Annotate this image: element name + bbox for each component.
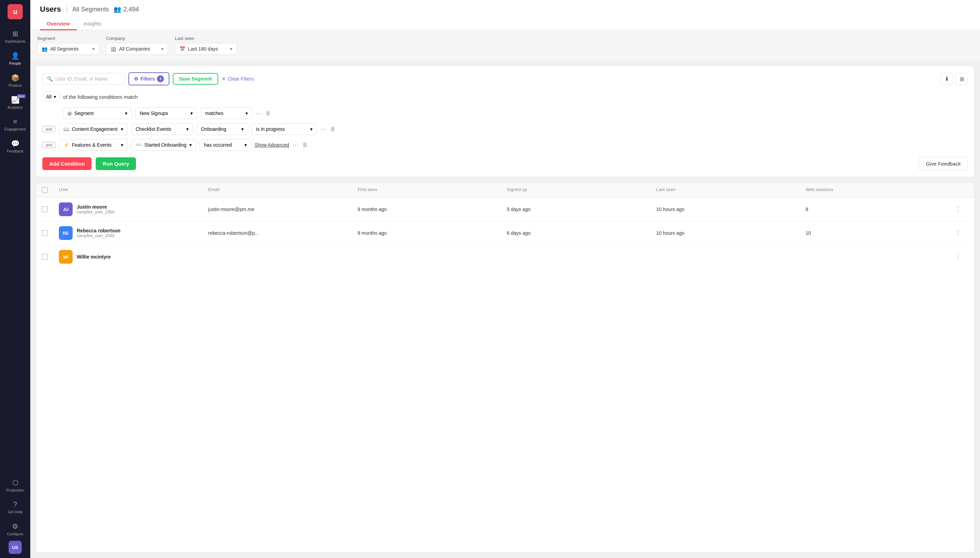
dashboards-icon: ⊞ (12, 30, 18, 38)
row-more-button[interactable]: ⋮ (955, 253, 969, 261)
condition-1-operator-dropdown[interactable]: matches ▾ (201, 107, 252, 119)
condition-3-field-dropdown[interactable]: ⚡ Features & Events ▾ (59, 139, 128, 151)
row-more-button[interactable]: ⋮ (955, 229, 969, 237)
row-checkbox[interactable] (42, 254, 59, 260)
user-name[interactable]: Rebecca robertson (77, 228, 120, 233)
add-condition-button[interactable]: Add Condition (43, 157, 92, 170)
user-id: campfire_user_1950 (77, 210, 114, 215)
help-icon: ? (13, 501, 17, 509)
sidebar-item-dashboards[interactable]: ⊞ Dashboards (2, 26, 28, 47)
table-header: User Email First seen Signed up Last see… (36, 183, 974, 198)
condition-3-delete-button[interactable]: 🗑 (302, 142, 308, 148)
chevron-down-icon: ▾ (54, 94, 56, 100)
chevron-down-icon: ▾ (246, 110, 248, 116)
condition-2-delete-button[interactable]: 🗑 (330, 126, 336, 132)
email-cell: justin-moore@pm.me (208, 207, 358, 212)
chevron-down-icon: ▾ (310, 126, 313, 132)
user-name[interactable]: Willie mcintyre (77, 254, 111, 259)
close-icon: ✕ (222, 76, 226, 82)
condition-3-value-dropdown[interactable]: </> Started Onboarding ▾ (131, 139, 196, 151)
give-feedback-button[interactable]: Give Feedback (919, 157, 968, 171)
sidebar-item-analytics[interactable]: 📈 Analytics Beta (2, 92, 28, 113)
condition-1-more-button[interactable]: ··· (256, 110, 262, 117)
condition-row-1: ◎ Segment ▾ New Signups ▾ matches ▾ ··· … (43, 107, 968, 119)
condition-3-value: Started Onboarding (144, 142, 186, 148)
query-section: 🔍 User ID, Email, or Name ⚙ Filters 3 Sa… (36, 66, 975, 177)
row-checkbox[interactable] (42, 206, 59, 212)
chevron-down-icon: ▾ (92, 46, 95, 52)
filters-count-badge: 3 (157, 75, 164, 82)
condition-2-field-dropdown[interactable]: 📖 Content Engagement ▾ (59, 123, 128, 135)
users-icon: 👥 (114, 5, 121, 13)
first-seen-cell: 9 months ago (358, 207, 507, 212)
conditions-text: of the following conditions match (63, 94, 138, 100)
condition-2-value-dropdown[interactable]: Checklist Events ▾ (131, 123, 193, 135)
tab-insights[interactable]: Insights (77, 18, 108, 30)
sidebar-item-configure[interactable]: ⚙ Configure (5, 519, 25, 539)
content-engagement-icon: 📖 (63, 126, 69, 132)
production-icon: ⬡ (12, 479, 18, 487)
people-icon: 👤 (11, 52, 20, 60)
condition-1-value-dropdown[interactable]: New Signups ▾ (135, 107, 197, 119)
first-seen-cell: 9 months ago (358, 230, 507, 236)
condition-1-operator: matches (205, 110, 223, 116)
last-seen-filter-select[interactable]: 📅 Last 180 days ▾ (175, 43, 237, 55)
condition-2-more-button[interactable]: ··· (320, 126, 327, 133)
sidebar-item-label: People (9, 61, 21, 66)
match-qualifier-dropdown[interactable]: All ▾ (43, 92, 60, 102)
query-toolbar: 🔍 User ID, Email, or Name ⚙ Filters 3 Sa… (43, 72, 968, 85)
sidebar-nav: ⊞ Dashboards 👤 People 📦 Product 📈 Analyt… (0, 26, 30, 157)
download-icon: ⬇ (944, 76, 949, 82)
first-seen-col-header: First seen (358, 187, 507, 193)
conditions-header: All ▾ of the following conditions match (43, 92, 968, 102)
table-row: RE Rebecca robertson campfire_user_2049 … (36, 222, 974, 245)
chevron-down-icon: ▾ (121, 142, 123, 148)
sidebar-item-engagement[interactable]: ≡ Engagement (2, 114, 28, 135)
condition-1-field-dropdown[interactable]: ◎ Segment ▾ (63, 107, 132, 119)
sidebar-item-people[interactable]: 👤 People (2, 48, 28, 69)
condition-2-operator-dropdown[interactable]: Onboarding ▾ (197, 123, 248, 135)
tab-overview[interactable]: Overview (40, 18, 77, 30)
row-more-button[interactable]: ⋮ (955, 205, 969, 213)
avatar: WI (59, 250, 73, 264)
user-cell: WI Willie mcintyre (59, 250, 208, 264)
email-cell: rebecca-robertson@p... (208, 230, 358, 236)
filters-button[interactable]: ⚙ Filters 3 (128, 72, 169, 85)
user-search-input[interactable]: 🔍 User ID, Email, or Name (43, 73, 125, 85)
avatar: RE (59, 226, 73, 240)
sidebar-item-product[interactable]: 📦 Product (2, 70, 28, 91)
run-query-button[interactable]: Run Query (96, 157, 136, 170)
condition-3-more-button[interactable]: ··· (293, 141, 299, 149)
user-avatar[interactable]: US (8, 541, 22, 554)
avatar: JU (59, 202, 73, 216)
clear-filters-button[interactable]: ✕ Clear Filters (222, 76, 254, 82)
condition-3-operator-dropdown[interactable]: has occurred ▾ (200, 139, 251, 151)
segment-filter-select[interactable]: 👥 All Segments ▾ (37, 43, 99, 55)
user-name[interactable]: Justin moore (77, 204, 114, 210)
download-button[interactable]: ⬇ (941, 73, 953, 85)
condition-1-delete-button[interactable]: 🗑 (265, 110, 271, 117)
code-icon: </> (136, 143, 141, 147)
show-advanced-button[interactable]: Show Advanced (255, 142, 289, 148)
chevron-down-icon: ▾ (241, 126, 244, 132)
row-checkbox[interactable] (42, 230, 59, 236)
chevron-down-icon: ▾ (244, 142, 247, 148)
save-segment-button[interactable]: Save Segment (173, 73, 218, 85)
segment-filter-value: All Segments (50, 46, 79, 52)
condition-2-connector: and (43, 126, 56, 132)
search-icon: 🔍 (47, 76, 52, 82)
segment-filter-group: Segment 👥 All Segments ▾ (37, 36, 99, 55)
condition-row-3: and ⚡ Features & Events ▾ </> Started On… (43, 139, 968, 151)
company-filter-select[interactable]: 🏢 All Companies ▾ (106, 43, 168, 55)
condition-3-field: Features & Events (72, 142, 111, 148)
sidebar-item-label: Configure (7, 532, 23, 536)
sidebar-item-production[interactable]: ⬡ Production (4, 475, 26, 496)
condition-2-operator2-dropdown[interactable]: is in progress ▾ (252, 123, 317, 135)
chevron-down-icon: ▾ (189, 142, 192, 148)
condition-row-2: and 📖 Content Engagement ▾ Checklist Eve… (43, 123, 968, 135)
sidebar-item-feedback[interactable]: 💬 Feedback (2, 136, 28, 157)
sidebar-item-get-help[interactable]: ? Get Help (5, 497, 25, 517)
logo[interactable]: u (8, 4, 23, 19)
condition-2-operator: Onboarding (201, 126, 226, 132)
columns-button[interactable]: ⊞ (955, 73, 968, 85)
